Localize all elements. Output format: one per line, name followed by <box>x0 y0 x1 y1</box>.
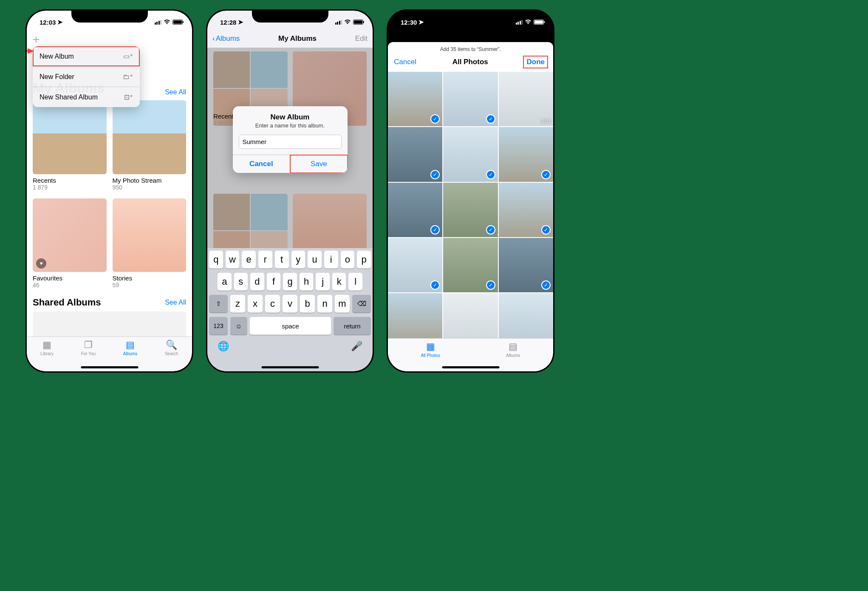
back-button[interactable]: ‹ Albums <box>212 34 240 43</box>
save-button[interactable]: Save <box>290 155 348 173</box>
key-i[interactable]: i <box>324 251 338 269</box>
new-album-alert: New Album Enter a name for this album. C… <box>233 106 348 173</box>
key-t[interactable]: t <box>275 251 289 269</box>
album-recents[interactable]: Recents 1 879 <box>33 100 107 191</box>
key-u[interactable]: u <box>308 251 322 269</box>
cellular-signal-icon <box>516 20 523 25</box>
photo-cell[interactable]: ✓ <box>388 72 442 126</box>
key-a[interactable]: a <box>218 273 232 291</box>
key-q[interactable]: q <box>209 251 223 269</box>
mic-icon[interactable]: 🎤 <box>351 341 362 352</box>
albums-icon: ▤ <box>126 339 135 351</box>
key-m[interactable]: m <box>335 295 350 313</box>
menu-new-album[interactable]: New Album ▭⁺ <box>33 46 140 67</box>
clock: 12:28 <box>220 19 236 26</box>
key-s[interactable]: s <box>234 273 248 291</box>
return-key[interactable]: return <box>334 317 371 335</box>
photo-cell[interactable]: ✓ <box>443 238 498 292</box>
key-z[interactable]: z <box>230 295 245 313</box>
backspace-key[interactable]: ⌫ <box>352 295 371 313</box>
key-e[interactable]: e <box>242 251 256 269</box>
cellular-signal-icon <box>155 20 162 25</box>
wifi-icon <box>344 19 351 26</box>
tab-library[interactable]: ▦ Library <box>40 339 54 371</box>
selected-check-icon: ✓ <box>430 225 440 235</box>
albums-icon: ▤ <box>509 341 517 352</box>
photo-cell[interactable]: ✓ <box>388 183 442 237</box>
number-key[interactable]: 123 <box>209 317 228 335</box>
key-v[interactable]: v <box>283 295 297 313</box>
home-indicator[interactable] <box>442 366 499 368</box>
photo-cell[interactable]: ✓ <box>443 183 498 237</box>
photo-cell[interactable]: ✓ <box>499 238 553 292</box>
done-button[interactable]: Done <box>524 57 547 68</box>
add-button[interactable]: + <box>33 33 40 46</box>
tab-label: Albums <box>123 351 137 356</box>
tab-label: Search <box>165 351 178 356</box>
selected-check-icon: ✓ <box>486 114 495 124</box>
key-d[interactable]: d <box>250 273 264 291</box>
album-icon: ▭⁺ <box>123 52 133 60</box>
tab-search[interactable]: 🔍 Search <box>165 339 178 371</box>
album-count: 1 879 <box>33 184 107 191</box>
key-x[interactable]: x <box>248 295 263 313</box>
album-name-input[interactable] <box>239 135 342 149</box>
key-p[interactable]: p <box>357 251 371 269</box>
key-k[interactable]: k <box>332 273 346 291</box>
photo-cell[interactable]: ✓ <box>388 127 442 181</box>
menu-new-shared-album[interactable]: New Shared Album ⊡⁺ <box>33 87 140 107</box>
photo-cell[interactable]: ✓ <box>388 238 442 292</box>
album-my-photo-stream[interactable]: My Photo Stream 950 <box>113 100 187 191</box>
photo-cell[interactable]: 0:33 <box>499 72 553 126</box>
key-w[interactable]: w <box>226 251 240 269</box>
photo-cell[interactable] <box>499 293 553 338</box>
photo-cell[interactable] <box>388 293 442 338</box>
key-y[interactable]: y <box>291 251 305 269</box>
tab-all-photos[interactable]: ▦ All Photos <box>421 341 440 371</box>
home-indicator[interactable] <box>81 366 138 368</box>
photo-cell[interactable]: ✓ <box>499 127 553 181</box>
home-indicator[interactable] <box>261 366 319 368</box>
key-n[interactable]: n <box>317 295 332 313</box>
key-l[interactable]: l <box>348 273 362 291</box>
key-o[interactable]: o <box>341 251 355 269</box>
key-b[interactable]: b <box>300 295 315 313</box>
edit-button[interactable]: Edit <box>355 34 368 43</box>
key-c[interactable]: c <box>265 295 280 313</box>
cancel-button[interactable]: Cancel <box>233 155 291 173</box>
photo-grid[interactable]: ✓ ✓ 0:33 ✓ ✓ ✓ ✓ ✓ ✓ ✓ ✓ ✓ <box>388 72 553 338</box>
see-all-link[interactable]: See All <box>165 299 186 306</box>
cancel-button[interactable]: Cancel <box>394 58 416 66</box>
menu-label: New Album <box>40 53 74 60</box>
key-h[interactable]: h <box>300 273 314 291</box>
photo-cell[interactable]: ✓ <box>443 127 498 181</box>
photo-cell[interactable]: ✓ <box>443 72 498 126</box>
key-j[interactable]: j <box>316 273 330 291</box>
menu-new-folder[interactable]: New Folder 🗀⁺ <box>33 67 140 87</box>
key-g[interactable]: g <box>283 273 297 291</box>
selected-check-icon: ✓ <box>541 280 551 290</box>
see-all-link[interactable]: See All <box>165 88 186 96</box>
photo-picker-sheet: Add 35 items to “Summer”. Cancel All Pho… <box>388 42 553 371</box>
photo-cell[interactable] <box>443 293 498 338</box>
album-thumbnail <box>33 100 107 174</box>
notch <box>252 11 328 23</box>
all-photos-icon: ▦ <box>426 341 435 352</box>
key-f[interactable]: f <box>267 273 281 291</box>
emoji-key[interactable]: ☺ <box>230 317 247 335</box>
back-label: Albums <box>216 34 240 43</box>
album-stories[interactable]: Stories 59 <box>113 198 187 289</box>
globe-icon[interactable]: 🌐 <box>218 341 229 352</box>
photo-cell[interactable]: ✓ <box>499 183 553 237</box>
selected-check-icon: ✓ <box>430 280 440 290</box>
shift-key[interactable]: ⇧ <box>209 295 228 313</box>
space-key[interactable]: space <box>250 317 331 335</box>
album-favourites[interactable]: ♥ Favourites 46 <box>33 198 107 289</box>
video-duration: 0:33 <box>542 119 551 124</box>
selected-check-icon: ✓ <box>486 170 495 179</box>
key-r[interactable]: r <box>258 251 272 269</box>
tab-albums[interactable]: ▤ Albums <box>506 341 520 371</box>
nav-bar: ‹ Albums My Albums Edit <box>207 29 373 48</box>
page-title: My Albums <box>278 34 317 43</box>
tab-label: For You <box>81 351 96 356</box>
